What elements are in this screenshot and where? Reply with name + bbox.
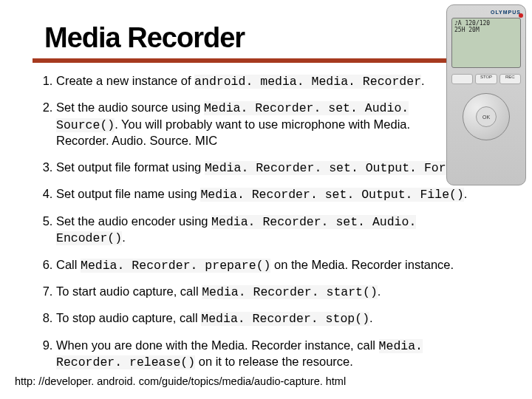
device-stop-btn: STOP bbox=[475, 74, 497, 84]
steps-list: Create a new instance of android. media.… bbox=[37, 73, 517, 371]
device-rec-btn: REC bbox=[499, 74, 521, 84]
device-lcd: ♪A 120/120 25H 20M bbox=[451, 18, 521, 68]
device-wheel: OK bbox=[463, 93, 510, 140]
record-led-icon bbox=[519, 13, 523, 18]
source-url: http: //developer. android. com/guide/to… bbox=[15, 375, 346, 387]
title-underline bbox=[33, 58, 488, 63]
step-8: To stop audio capture, call Media. Recor… bbox=[56, 310, 517, 327]
step-9: When you are done with the Media. Record… bbox=[56, 338, 517, 371]
step-7: To start audio capture, call Media. Reco… bbox=[56, 284, 517, 300]
device-brand: OLYMPUS bbox=[451, 10, 521, 15]
voice-recorder-image: OLYMPUS ♪A 120/120 25H 20M STOP REC OK bbox=[446, 4, 526, 185]
step-5: Set the audio encoder using Media. Recor… bbox=[56, 214, 517, 247]
step-4: Set output file name using Media. Record… bbox=[56, 186, 517, 202]
step-6: Call Media. Recorder. prepare() on the M… bbox=[56, 257, 517, 273]
device-slider bbox=[451, 74, 473, 84]
device-ok-btn: OK bbox=[476, 106, 497, 127]
